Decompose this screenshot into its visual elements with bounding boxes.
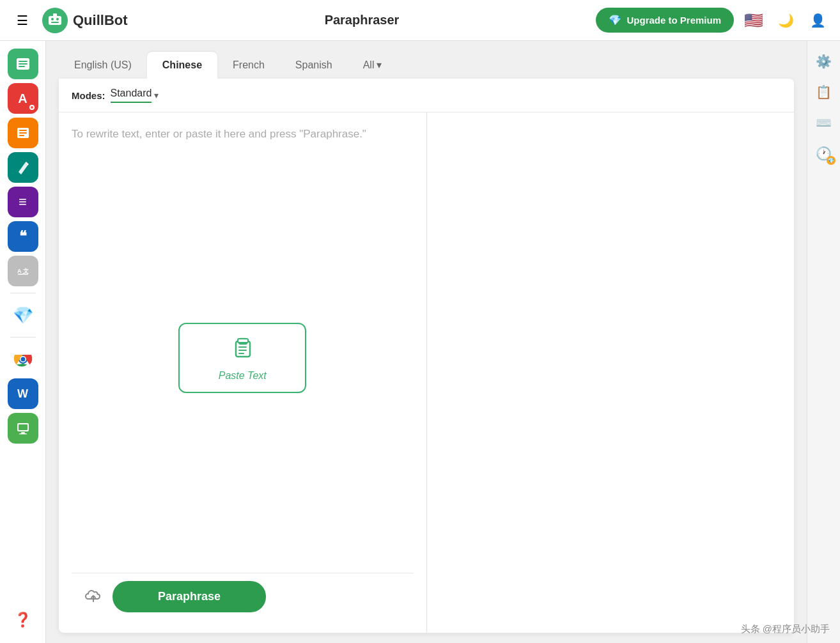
grammar-icon: A [18, 91, 27, 106]
document-button[interactable]: 📋 [811, 79, 837, 105]
svg-rect-26 [238, 346, 247, 348]
modes-value: Standard [111, 88, 152, 103]
svg-text:文: 文 [23, 268, 29, 274]
header: ☰ QuillBot Paraphraser 💎 Upgrade to Prem… [0, 0, 840, 41]
watermark: 头条 @程序员小助手 [741, 623, 830, 635]
premium-badge: 💎 [827, 156, 836, 165]
svg-rect-4 [53, 13, 57, 17]
right-sidebar: ⚙️ 📋 ⌨️ 🕐 💎 [807, 41, 840, 643]
history-button[interactable]: 🕐 💎 [811, 141, 837, 166]
paste-text-button[interactable]: Paste Text [178, 323, 306, 393]
svg-point-18 [20, 357, 25, 362]
svg-rect-7 [19, 63, 27, 65]
menu-icon: ☰ [17, 13, 28, 28]
sidebar-item-reader[interactable] [8, 118, 38, 148]
sidebar-bottom: ❓ [8, 605, 38, 635]
svg-rect-3 [51, 22, 59, 23]
svg-rect-0 [49, 16, 61, 25]
word-icon: W [17, 387, 28, 401]
bottom-bar: Paraphrase [72, 573, 414, 620]
tab-all[interactable]: All ▾ [348, 51, 398, 79]
main-card: Modes: Standard ▾ To rewrite text, enter… [59, 79, 794, 633]
svg-rect-12 [19, 135, 24, 136]
svg-text:A: A [17, 268, 22, 274]
editor-area: To rewrite text, enter or paste it here … [59, 112, 794, 633]
premium-diamond-icon: 💎 [13, 306, 33, 325]
help-icon: ❓ [14, 612, 31, 628]
svg-rect-25 [238, 339, 248, 343]
grammar-check-icon [29, 105, 35, 110]
input-panel[interactable]: To rewrite text, enter or paste it here … [59, 112, 427, 633]
clipboard-icon [229, 334, 255, 365]
moon-icon: 🌙 [778, 13, 794, 28]
language-tabs: English (US) Chinese French Spanish All … [59, 51, 794, 79]
svg-rect-11 [19, 132, 27, 134]
output-panel [427, 112, 795, 633]
keyboard-button[interactable]: ⌨️ [811, 110, 837, 136]
sidebar-item-summarizer[interactable]: ≡ [8, 187, 38, 217]
keyboard-icon: ⌨️ [816, 115, 832, 130]
logo-text: QuillBot [73, 12, 128, 29]
tab-chinese[interactable]: Chinese [147, 52, 217, 79]
left-sidebar: A ≡ ❝ A 文 [0, 41, 46, 643]
sidebar-divider [10, 293, 36, 293]
svg-point-1 [51, 18, 54, 20]
document-icon: 📋 [816, 84, 832, 100]
sidebar-item-help[interactable]: ❓ [8, 605, 38, 635]
svg-rect-6 [19, 61, 27, 62]
sidebar-item-premium[interactable]: 💎 [8, 300, 38, 330]
sidebar-item-writer[interactable] [8, 152, 38, 183]
sidebar-item-translator[interactable]: A 文 [8, 256, 38, 286]
paraphrase-button[interactable]: Paraphrase [113, 581, 266, 612]
upgrade-button[interactable]: 💎 Upgrade to Premium [596, 8, 734, 33]
tab-french[interactable]: French [217, 52, 280, 79]
svg-rect-28 [238, 353, 244, 354]
sidebar-item-word[interactable]: W [8, 378, 38, 409]
paste-button-label: Paste Text [219, 370, 267, 382]
sidebar-item-grammar[interactable]: A [8, 83, 38, 114]
settings-icon: ⚙️ [816, 54, 832, 69]
svg-rect-27 [238, 350, 247, 351]
upgrade-label: Upgrade to Premium [626, 15, 721, 26]
svg-rect-10 [19, 130, 27, 131]
flag-icon: 🇺🇸 [744, 12, 763, 29]
sidebar-item-chrome[interactable] [8, 344, 38, 375]
logo[interactable]: QuillBot [42, 8, 128, 33]
page-title: Paraphraser [136, 13, 589, 27]
content-area: English (US) Chinese French Spanish All … [46, 41, 807, 643]
user-button[interactable]: 👤 [805, 8, 830, 33]
sidebar-item-monitor[interactable] [8, 413, 38, 444]
diamond-icon: 💎 [609, 14, 621, 26]
menu-button[interactable]: ☰ [10, 8, 35, 33]
modes-label: Modes: [72, 90, 105, 101]
summarizer-icon: ≡ [19, 194, 27, 210]
svg-rect-20 [21, 432, 25, 433]
modes-selector[interactable]: Standard ▾ [111, 88, 159, 103]
citation-icon: ❝ [19, 228, 27, 245]
svg-point-2 [56, 18, 59, 20]
svg-rect-21 [19, 433, 27, 435]
chevron-down-icon: ▾ [377, 59, 382, 71]
tab-spanish[interactable]: Spanish [280, 52, 348, 79]
sidebar-item-paraphraser[interactable] [8, 49, 38, 79]
svg-rect-22 [19, 424, 27, 430]
sidebar-divider-2 [10, 337, 36, 337]
language-button[interactable]: 🇺🇸 [742, 8, 766, 33]
upload-button[interactable] [84, 586, 102, 608]
logo-icon [42, 8, 68, 33]
dark-mode-button[interactable]: 🌙 [774, 8, 798, 33]
settings-button[interactable]: ⚙️ [811, 49, 837, 74]
sidebar-item-citation[interactable]: ❝ [8, 221, 38, 252]
tab-english[interactable]: English (US) [59, 52, 147, 79]
header-icons: 🇺🇸 🌙 👤 [742, 8, 830, 33]
user-icon: 👤 [810, 13, 826, 28]
modes-bar: Modes: Standard ▾ [59, 79, 794, 112]
input-placeholder: To rewrite text, enter or paste it here … [72, 125, 414, 143]
svg-rect-8 [19, 66, 25, 67]
modes-arrow-icon: ▾ [154, 90, 159, 100]
main-layout: A ≡ ❝ A 文 [0, 41, 840, 643]
